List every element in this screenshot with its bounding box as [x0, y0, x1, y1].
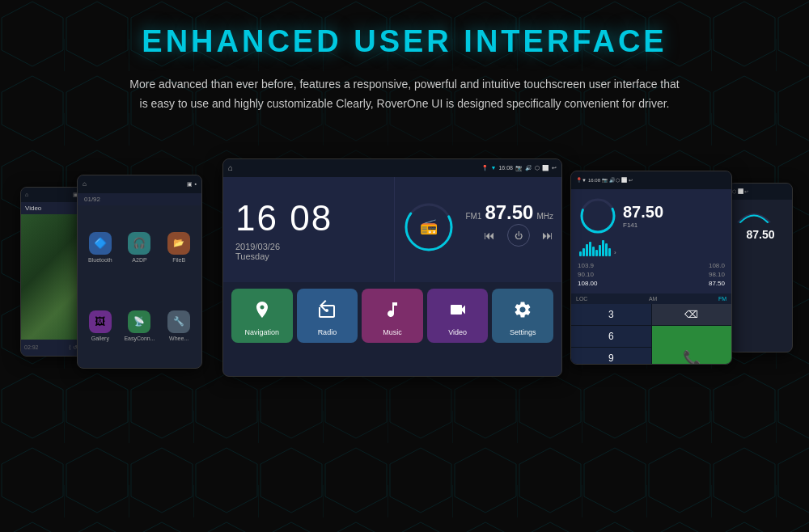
video-svg: [448, 300, 468, 319]
phone-numpad: 3 ⌫ 6 📞 9 #: [571, 304, 731, 365]
time-counter: 02:92: [24, 344, 39, 350]
left-status-icons: ▣▪: [187, 181, 197, 188]
right-radio-arc: [578, 196, 618, 236]
freq-list: 103.9108.0 90.1098.10 108.0087.50: [578, 262, 725, 287]
navigation-label: Navigation: [245, 328, 280, 336]
app-bluetooth[interactable]: 🔷 Bluetooth: [82, 209, 119, 285]
center-app-grid: Navigation Radio: [223, 282, 561, 349]
radio-app-icon: [312, 295, 341, 324]
left-far-header-bar: ⌂ ▣▪: [21, 188, 86, 202]
loc-label[interactable]: LOC: [576, 296, 587, 302]
app-a2dp[interactable]: 🎧 A2DP: [121, 209, 159, 285]
screen-center: ⌂ 📍 ▼ 16:08 📷 🔊 ⬡ ⬜ ↩ 16 08: [222, 158, 562, 377]
app-video[interactable]: Video: [427, 289, 489, 343]
fm-freq-value: 87.50: [485, 201, 533, 224]
easyconnect-icon: 📡: [128, 310, 150, 333]
radio-arc-svg: 📻: [403, 201, 455, 254]
home-icon-left: ⌂: [83, 180, 87, 188]
screen-left: ⌂ ▣▪ 01/92 🔷 Bluetooth 🎧 A2DP: [77, 175, 202, 369]
right-far-freq: 87.50: [734, 228, 787, 241]
radio-arc-wrapper: 📻 FM1 87.50 MHz ⏮: [403, 201, 553, 257]
bluetooth-label: Bluetooth: [88, 257, 112, 263]
fm-unit-label: MHz: [536, 212, 553, 221]
phone-icon: 📞: [683, 349, 701, 365]
center-status-icons: 📍 ▼ 16:08 📷 🔊 ⬡ ⬜ ↩: [481, 165, 557, 171]
center-top-section: 16 08 2019/03/26 Tuesday: [223, 177, 561, 282]
fm-info-right: FM1 87.50 MHz ⏮ ⏻ ⏭: [465, 201, 553, 247]
key-3[interactable]: 3: [571, 304, 651, 325]
screen-right-far: ⬡ ⬜ ↩ 87.50: [728, 183, 793, 353]
next-track-icon[interactable]: ⏭: [542, 229, 553, 242]
settings-label: Settings: [510, 328, 536, 336]
app-easyconnect[interactable]: 📡 EasyConn...: [121, 288, 159, 364]
power-button[interactable]: ⏻: [507, 224, 530, 247]
settings-svg: [513, 300, 532, 319]
app-wheel[interactable]: 🔧 Whee...: [160, 288, 197, 364]
right-radio-row: 87.50 F141: [578, 196, 725, 236]
key-backspace[interactable]: ⌫: [652, 304, 732, 325]
radio-controls: ⏮ ⏻ ⏭: [484, 224, 553, 247]
video-thumbnail: [21, 214, 86, 340]
right-screen-main: 87.50 F141: [571, 189, 731, 364]
equalizer: ›: [578, 240, 725, 256]
video-label: Video: [448, 328, 467, 336]
screens-showcase: ⌂ ▣▪ Video 02:92 ⟨ ↺ ≡ ⌂ ▣: [0, 138, 809, 405]
app-settings[interactable]: Settings: [492, 289, 553, 343]
eq-bar-10: [608, 248, 611, 256]
right-freq-info: 87.50 F141: [623, 203, 663, 229]
time-section: 16 08 2019/03/26 Tuesday: [223, 177, 394, 282]
loc-am-fm-bar: LOC AM FM: [571, 293, 731, 304]
navigation-svg: [252, 300, 272, 319]
am-label[interactable]: AM: [649, 296, 658, 302]
right-far-arc-svg: [734, 205, 774, 225]
wheel-icon: 🔧: [167, 310, 190, 333]
eq-bar-6: [595, 250, 598, 256]
freq-item-1: 103.9108.0: [578, 262, 725, 269]
app-fileb[interactable]: 📂 FileB: [160, 209, 197, 285]
wheel-label: Whee...: [169, 336, 188, 341]
page-indicator: 01/92: [78, 193, 201, 205]
eq-bar-1: [579, 251, 582, 256]
left-far-content: Video 02:92 ⟨ ↺ ≡: [21, 202, 86, 356]
main-content: ENHANCED USER INTERFACE More advanced th…: [0, 0, 809, 405]
key-9[interactable]: 9: [571, 348, 651, 365]
app-gallery[interactable]: 🖼 Gallery: [82, 288, 119, 364]
right-far-header: ⬡ ⬜ ↩: [729, 184, 792, 200]
page-subtitle: More advanced than ever before, features…: [129, 75, 680, 114]
eq-bar-9: [605, 243, 608, 256]
fm-band-label: FM1: [465, 212, 481, 221]
app-music[interactable]: Music: [362, 289, 423, 343]
prev-track-icon[interactable]: ⏮: [484, 229, 495, 242]
app-navigation[interactable]: Navigation: [231, 289, 293, 343]
eq-bar-7: [599, 245, 601, 256]
app-radio[interactable]: Radio: [297, 289, 358, 343]
call-button[interactable]: 📞: [652, 326, 732, 365]
freq-item-2: 90.1098.10: [578, 271, 725, 278]
key-6[interactable]: 6: [571, 326, 651, 347]
eq-bar-4: [589, 242, 591, 256]
music-label: Music: [383, 328, 402, 336]
home-icon-center: ⌂: [228, 163, 233, 172]
navigation-icon: [248, 295, 277, 324]
music-app-icon: [378, 295, 407, 324]
time-display: 16 08: [235, 198, 382, 239]
easyconnect-label: EasyConn...: [124, 336, 155, 341]
expand-icon[interactable]: ›: [614, 249, 616, 256]
right-freq-display: 87.50: [623, 203, 663, 222]
fileb-label: FileB: [172, 257, 185, 263]
settings-app-icon: [508, 295, 537, 324]
gallery-label: Gallery: [91, 336, 109, 341]
freq-item-3: 108.0087.50: [578, 280, 725, 287]
bluetooth-icon: 🔷: [89, 232, 112, 255]
radio-section: 📻 FM1 87.50 MHz ⏮: [394, 177, 561, 282]
date-display: 2019/03/26 Tuesday: [235, 242, 382, 261]
eq-bar-2: [582, 248, 585, 256]
video-thumb-image: [21, 214, 86, 340]
video-section-label: Video: [21, 202, 86, 214]
fm-label[interactable]: FM: [718, 296, 726, 302]
svg-text:📻: 📻: [420, 217, 438, 235]
power-icon: ⏻: [515, 231, 523, 240]
a2dp-label: A2DP: [132, 257, 146, 263]
fileb-icon: 📂: [167, 232, 190, 255]
app-grid-left: 🔷 Bluetooth 🎧 A2DP 📂 FileB: [78, 205, 201, 368]
